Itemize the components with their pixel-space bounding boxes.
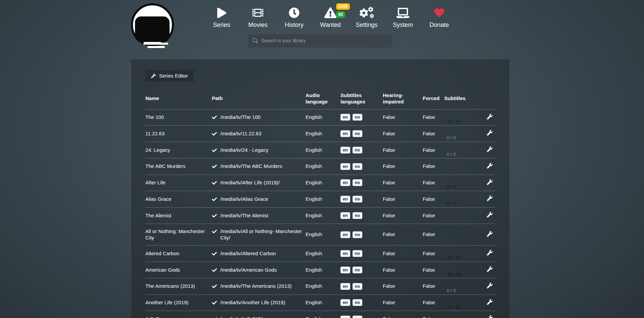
wrench-icon: [487, 250, 493, 256]
nav-label: System: [393, 21, 413, 28]
series-editor-button[interactable]: Series Editor: [145, 70, 194, 82]
series-editor-label: Series Editor: [159, 73, 188, 79]
wanted-movies-badge: 62: [336, 11, 345, 18]
subtitle-languages: enno: [340, 212, 365, 218]
nav-item-movies[interactable]: Movies: [240, 7, 276, 28]
series-path-text: /media/tv/American Gods: [220, 267, 277, 273]
series-name[interactable]: 11.22.63: [145, 131, 165, 136]
series-path-text: /media/tv/The Americans (2013): [220, 283, 292, 289]
language-badge: en: [340, 212, 350, 219]
table-row: All or Nothing: Manchester City /media/t…: [145, 224, 495, 245]
audio-language: English: [306, 114, 322, 120]
language-badge: no: [353, 250, 362, 257]
check-icon: [212, 300, 217, 305]
hearing-impaired-value: False: [383, 251, 395, 256]
subtitle-languages: enno: [340, 147, 365, 152]
logo-subtitle-line: [147, 46, 165, 48]
audio-language: English: [306, 163, 322, 169]
series-name[interactable]: A.P. Bio: [145, 316, 163, 318]
subtitle-languages: enno: [340, 250, 365, 256]
series-name[interactable]: After Life: [145, 180, 166, 185]
language-badge: no: [353, 212, 362, 219]
gears-icon: [359, 7, 374, 19]
language-badge: no: [353, 267, 362, 273]
language-badge: en: [340, 196, 350, 202]
edit-series-button[interactable]: [487, 315, 493, 318]
audio-language: English: [306, 231, 322, 237]
series-name[interactable]: Altered Carbon: [145, 251, 179, 256]
audio-language: English: [306, 267, 322, 273]
edit-series-button[interactable]: [487, 195, 493, 201]
series-name[interactable]: The ABC Murders: [145, 163, 185, 169]
library-search: [248, 35, 392, 47]
forced-value: False: [423, 231, 435, 237]
series-path-text: /media/tv/24 - Legacy: [220, 147, 268, 153]
forced-value: False: [423, 316, 435, 318]
wrench-icon: [487, 299, 493, 305]
wrench-icon: [487, 163, 493, 169]
language-badge: en: [340, 130, 350, 137]
language-badge: en: [340, 147, 350, 153]
wrench-icon: [487, 130, 493, 136]
edit-series-button[interactable]: [487, 130, 493, 136]
forced-value: False: [423, 114, 435, 120]
series-path-text: /media/tv/Another Life (2019): [220, 300, 285, 306]
col-header-sub-langs: Subtitles languages: [340, 90, 383, 109]
col-header-path: Path: [212, 90, 306, 109]
series-name[interactable]: Another Life (2019): [145, 300, 188, 305]
check-icon: [212, 284, 217, 289]
forced-value: False: [423, 283, 435, 289]
edit-series-button[interactable]: [487, 283, 493, 288]
series-name[interactable]: The Alienist: [145, 213, 172, 218]
nav-item-history[interactable]: History: [276, 7, 312, 28]
audio-language: English: [306, 196, 322, 202]
wrench-icon: [487, 315, 493, 318]
series-name[interactable]: The 100: [145, 114, 164, 120]
table-row: 24: Legacy /media/tv/24 - Legacy English…: [145, 142, 495, 158]
nav-item-series[interactable]: Series: [203, 7, 240, 28]
edit-series-button[interactable]: [487, 146, 493, 152]
series-name[interactable]: All or Nothing: Manchester City: [145, 228, 205, 240]
series-panel: Series Editor Name Path Audio language S…: [131, 59, 509, 318]
hearing-impaired-value: False: [383, 300, 395, 305]
check-icon: [212, 148, 217, 153]
check-icon: [212, 229, 217, 234]
edit-series-button[interactable]: [487, 179, 493, 185]
hearing-impaired-value: False: [383, 231, 395, 237]
language-badge: no: [353, 130, 362, 137]
edit-series-button[interactable]: [487, 299, 493, 305]
search-input[interactable]: [261, 38, 388, 43]
table-row: The Americans (2013) /media/tv/The Ameri…: [145, 278, 495, 294]
forced-value: False: [423, 180, 435, 185]
series-name[interactable]: American Gods: [145, 267, 180, 273]
laptop-icon: [397, 7, 409, 19]
language-badge: en: [340, 267, 350, 273]
edit-series-button[interactable]: [487, 163, 493, 169]
col-header-actions: [484, 90, 495, 109]
nav-item-system[interactable]: System: [385, 7, 421, 28]
table-row: After Life /media/tv/After Life (2019)/ …: [145, 175, 495, 191]
edit-series-button[interactable]: [487, 250, 493, 256]
nav-item-wanted[interactable]: 2246 62 Wanted: [312, 7, 349, 28]
series-path: /media/tv/All or Nothing- Manchester Cit…: [212, 228, 303, 241]
nav-item-donate[interactable]: Donate: [421, 7, 457, 28]
hearing-impaired-value: False: [383, 131, 395, 136]
hearing-impaired-value: False: [383, 213, 395, 218]
nav-item-settings[interactable]: Settings: [349, 7, 385, 28]
table-row: Another Life (2019) /media/tv/Another Li…: [145, 294, 495, 311]
series-name[interactable]: Alias Grace: [145, 196, 172, 202]
edit-series-button[interactable]: [487, 266, 493, 272]
series-name[interactable]: The Americans (2013): [145, 283, 195, 289]
series-name[interactable]: 24: Legacy: [145, 147, 170, 153]
language-badge: no: [353, 316, 362, 318]
edit-series-button[interactable]: [487, 231, 493, 237]
edit-series-button[interactable]: [487, 212, 493, 218]
series-path-text: /media/tv/11.22.63: [220, 131, 261, 137]
nav-label: History: [285, 21, 304, 28]
bazarr-logo[interactable]: [131, 3, 174, 46]
wrench-icon: [151, 74, 156, 78]
nav-label: Donate: [429, 21, 449, 28]
wanted-series-badge: 2246: [336, 3, 350, 10]
edit-series-button[interactable]: [487, 114, 493, 120]
subtitle-languages: enno: [340, 114, 365, 120]
